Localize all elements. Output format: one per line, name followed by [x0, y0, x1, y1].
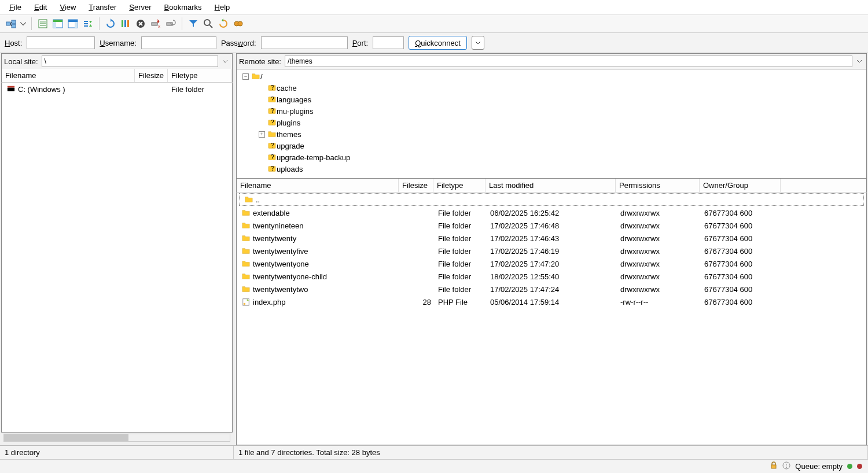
- col-lastmod[interactable]: Last modified: [486, 179, 616, 192]
- toggle-remote-tree-icon[interactable]: [67, 17, 79, 30]
- host-label: Host:: [5, 39, 22, 47]
- local-path-drop[interactable]: [220, 56, 230, 67]
- remote-site-row: Remote site: /themes: [236, 53, 867, 69]
- svg-rect-1: [12, 20, 16, 24]
- list-item[interactable]: twentytwentyfive File folder 17/02/2025 …: [237, 245, 866, 257]
- menu-bookmarks[interactable]: Bookmarks: [160, 1, 207, 13]
- remote-tree[interactable]: −/cachelanguagesmu-pluginsplugins+themes…: [236, 69, 867, 179]
- host-input[interactable]: [27, 36, 95, 49]
- menu-transfer[interactable]: Transfer: [84, 1, 121, 13]
- toggle-queue-icon[interactable]: [82, 17, 94, 30]
- svg-rect-0: [6, 22, 10, 25]
- local-site-label: Local site:: [4, 57, 39, 66]
- bottom-bar: Queue: empty: [0, 459, 868, 473]
- list-item[interactable]: twentytwentytwo File folder 17/02/2025 1…: [237, 283, 866, 295]
- col-filetype[interactable]: Filetype: [433, 179, 486, 192]
- svg-point-29: [786, 467, 787, 468]
- menu-edit[interactable]: Edit: [30, 1, 52, 13]
- svg-point-22: [204, 20, 210, 25]
- info-icon: [782, 461, 790, 471]
- svg-rect-17: [127, 20, 129, 27]
- tree-node[interactable]: mu-plugins: [239, 105, 864, 117]
- menu-help[interactable]: Help: [210, 1, 235, 13]
- user-label: Username:: [100, 39, 137, 47]
- quickconnect-history-drop[interactable]: [472, 36, 484, 50]
- col-filesize[interactable]: Filesize: [399, 179, 433, 192]
- filter-icon[interactable]: [187, 17, 200, 30]
- port-input[interactable]: [373, 36, 404, 49]
- svg-point-25: [238, 21, 242, 26]
- col-permissions[interactable]: Permissions: [616, 179, 700, 192]
- list-item[interactable]: twentytwentyone-child File folder 18/02/…: [237, 270, 866, 283]
- menu-file[interactable]: File: [5, 1, 26, 13]
- tree-expander[interactable]: +: [259, 131, 265, 138]
- list-item[interactable]: twentytwentyone File folder 17/02/2025 1…: [237, 257, 866, 270]
- queue-label: Queue: empty: [795, 462, 843, 471]
- col-filetype[interactable]: Filetype: [168, 69, 232, 82]
- tree-node[interactable]: upgrade: [239, 140, 864, 151]
- local-path[interactable]: \: [42, 56, 218, 67]
- local-site-row: Local site: \: [1, 53, 233, 69]
- svg-rect-10: [53, 20, 62, 22]
- local-pane: Local site: \ Filename Filesize Filetype…: [1, 53, 233, 445]
- lock-icon: [770, 461, 778, 471]
- tree-node[interactable]: plugins: [239, 117, 864, 128]
- main-area: Local site: \ Filename Filesize Filetype…: [0, 53, 868, 445]
- site-manager-drop-icon[interactable]: [20, 17, 27, 30]
- svg-rect-16: [124, 20, 126, 27]
- cancel-icon[interactable]: [134, 17, 147, 30]
- svg-rect-26: [771, 465, 776, 468]
- col-filename[interactable]: Filename: [2, 69, 135, 82]
- local-file-list[interactable]: C: (Windows ) File folder: [1, 83, 233, 433]
- toggle-local-tree-icon[interactable]: [52, 17, 64, 30]
- site-manager-icon[interactable]: [5, 17, 17, 30]
- list-item[interactable]: C: (Windows ) File folder: [2, 83, 232, 95]
- reconnect-icon[interactable]: [164, 17, 177, 30]
- remote-file-list[interactable]: ..extendable File folder 06/02/2025 16:2…: [236, 193, 867, 445]
- activity-led-1: [847, 464, 852, 469]
- tree-node[interactable]: upgrade-temp-backup: [239, 151, 864, 163]
- refresh-icon[interactable]: [104, 17, 117, 30]
- activity-led-2: [857, 464, 862, 469]
- tree-node[interactable]: −/: [239, 71, 864, 82]
- user-input[interactable]: [141, 36, 216, 49]
- list-item[interactable]: index.php 28 PHP File 05/06/2014 17:59:1…: [237, 295, 866, 308]
- svg-rect-13: [68, 20, 78, 22]
- remote-path-drop[interactable]: [855, 56, 864, 67]
- menu-view[interactable]: View: [55, 1, 80, 13]
- remote-list-header: Filename Filesize Filetype Last modified…: [236, 179, 867, 193]
- toggle-log-icon[interactable]: [36, 17, 49, 30]
- process-queue-icon[interactable]: [119, 17, 132, 30]
- pass-label: Password:: [221, 39, 256, 47]
- tree-node[interactable]: cache: [239, 82, 864, 94]
- col-owner[interactable]: Owner/Group: [700, 179, 781, 192]
- search-icon[interactable]: [202, 17, 215, 30]
- col-filename[interactable]: Filename: [237, 179, 399, 192]
- pass-input[interactable]: [261, 36, 348, 49]
- statusbar: 1 directory 1 file and 7 directories. To…: [0, 445, 868, 459]
- port-label: Port:: [352, 39, 368, 47]
- svg-line-23: [209, 25, 212, 28]
- list-item[interactable]: extendable File folder 06/02/2025 16:25:…: [237, 206, 866, 219]
- find-icon[interactable]: [232, 17, 245, 30]
- remote-status: 1 file and 7 directories. Total size: 28…: [234, 446, 868, 459]
- svg-rect-11: [53, 22, 56, 28]
- tree-node[interactable]: uploads: [239, 163, 864, 175]
- local-hscroll[interactable]: [3, 434, 230, 442]
- list-item[interactable]: twentytwenty File folder 17/02/2025 17:4…: [237, 232, 866, 245]
- quickconnect-button[interactable]: Quickconnect: [409, 36, 467, 50]
- menubar: File Edit View Transfer Server Bookmarks…: [0, 0, 868, 15]
- compare-icon[interactable]: [217, 17, 230, 30]
- col-filesize[interactable]: Filesize: [135, 69, 168, 82]
- svg-rect-14: [75, 22, 78, 28]
- menu-server[interactable]: Server: [124, 1, 156, 13]
- svg-rect-15: [122, 20, 123, 27]
- local-list-header: Filename Filesize Filetype: [1, 69, 233, 83]
- tree-node[interactable]: +themes: [239, 128, 864, 140]
- tree-expander[interactable]: −: [242, 73, 249, 80]
- disconnect-icon[interactable]: x: [149, 17, 162, 30]
- list-item[interactable]: twentynineteen File folder 17/02/2025 17…: [237, 219, 866, 232]
- tree-node[interactable]: languages: [239, 94, 864, 105]
- parent-dir-row[interactable]: ..: [239, 193, 864, 206]
- remote-path[interactable]: /themes: [285, 56, 852, 67]
